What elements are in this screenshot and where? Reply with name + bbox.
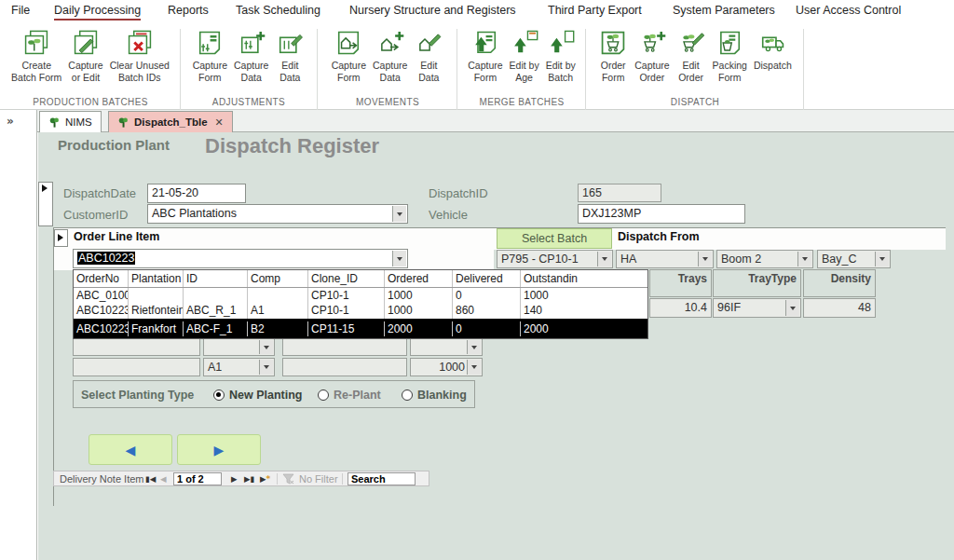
close-icon[interactable]: ✕ [215, 116, 224, 129]
chevron-down-icon[interactable] [259, 360, 273, 375]
record-selector[interactable] [38, 182, 53, 226]
chevron-down-icon[interactable] [467, 340, 481, 354]
previous-record-icon[interactable]: ◀ [160, 472, 167, 485]
ribbon-button-clear-unused-batch-ids[interactable]: Clear Unused Batch IDs [108, 27, 171, 84]
ribbon-button-dispatch[interactable]: Dispatch [752, 27, 794, 73]
ribbon-button-label: Capture Form [332, 60, 366, 83]
select-batch-button[interactable]: Select Batch [497, 228, 612, 249]
trays-field[interactable]: 10.4 [649, 298, 712, 318]
menu-nursery-structure[interactable]: Nursery Structure and Registers [349, 4, 516, 17]
ribbon-button-adjust-capture-form[interactable]: Capture Form [191, 27, 229, 84]
ribbon-button-label: Edit by Age [510, 60, 539, 83]
cell: 1000 [385, 303, 453, 319]
tab-nims[interactable]: NIMS [39, 111, 102, 132]
chevron-down-icon[interactable] [785, 300, 799, 316]
radio-blanking[interactable] [402, 389, 413, 401]
filter-icon[interactable] [282, 472, 294, 485]
chevron-down-icon[interactable] [392, 251, 406, 266]
dropdown-row[interactable]: ABC10223 Rietfontein ABC_R_1 A1 CP10-1 1… [74, 303, 647, 319]
ribbon-button-merge-edit-by-age[interactable]: Edit by Age [508, 27, 541, 84]
customer-id-value: ABC Plantations [152, 207, 237, 220]
order-line-dropdown-list: OrderNo Plantation N ID Comp Clone_ID Or… [73, 269, 648, 339]
dropdown-row[interactable]: ABC_01001 CP10-1 1000 0 1000 [74, 288, 647, 303]
document-tab-strip: NIMS Dispatch_Tble ✕ [37, 110, 954, 132]
line-combo-empty[interactable] [203, 338, 275, 356]
area-combo[interactable]: HA [616, 250, 714, 268]
house-plus-icon [375, 28, 405, 58]
density-header: Density [803, 269, 876, 297]
menu-file[interactable]: File [11, 4, 30, 17]
ribbon-group-label: MERGE BATCHES [460, 97, 583, 107]
menu-third-party-export[interactable]: Third Party Export [548, 4, 642, 17]
tray-type-value: 96IF [717, 301, 741, 314]
quantity-combo[interactable]: 1000 [410, 358, 483, 376]
order-line-combo[interactable]: ABC10223 [73, 249, 408, 268]
form-subtitle: Production Plant [58, 137, 170, 153]
menu-task-scheduling[interactable]: Task Scheduling [236, 4, 320, 17]
planting-type-group: Select Planting Type New Planting Re-Pla… [73, 380, 475, 408]
dropdown-row-selected[interactable]: ABC10223 Frankfort ABC-F_1 B2 CP11-15 20… [74, 319, 647, 338]
menu-user-access-control[interactable]: User Access Control [796, 4, 901, 17]
shutter-expand-button[interactable]: » [7, 115, 14, 128]
ribbon-button-capture-or-edit[interactable]: Capture or Edit [66, 27, 104, 84]
ribbon-button-adjust-edit-data[interactable]: Edit Data [273, 27, 307, 84]
line-field-empty[interactable] [73, 358, 200, 376]
chevron-down-icon[interactable] [467, 360, 481, 375]
tray-type-combo[interactable]: 96IF [713, 298, 801, 318]
line-combo-empty[interactable] [410, 338, 483, 356]
line-field-empty[interactable] [282, 338, 407, 356]
ribbon-button-merge-edit-by-batch[interactable]: Edit by Batch [544, 27, 578, 84]
bay-combo[interactable]: Bay_C [817, 250, 891, 268]
menu-reports[interactable]: Reports [168, 4, 209, 17]
density-field[interactable]: 48 [803, 298, 876, 318]
vehicle-field[interactable]: DXJ123MP [578, 204, 745, 224]
batch-combo[interactable]: P795 - CP10-1 [497, 250, 613, 268]
cell: Rietfontein [129, 303, 184, 319]
vehicle-label: Vehicle [429, 208, 468, 222]
boom-combo[interactable]: Boom 2 [716, 250, 813, 268]
ribbon-button-capture-order[interactable]: Capture Order [633, 27, 671, 84]
tab-dispatch-tble[interactable]: Dispatch_Tble ✕ [108, 111, 233, 132]
radio-re-plant[interactable] [318, 389, 329, 401]
ribbon-button-packing-form[interactable]: Packing Form [711, 27, 749, 84]
dispatch-date-field[interactable]: 21-05-20 [147, 184, 246, 203]
search-input[interactable]: Search [348, 472, 416, 485]
new-record-icon[interactable]: ▶* [260, 472, 270, 485]
first-record-icon[interactable]: ▮◀ [145, 472, 156, 485]
column-header: Plantation N [129, 270, 184, 287]
cart-plus-icon [637, 28, 667, 58]
menu-system-parameters[interactable]: System Parameters [673, 4, 775, 17]
comp-combo[interactable]: A1 [203, 358, 275, 376]
record-position-field[interactable]: 1 of 2 [173, 472, 222, 485]
chevron-down-icon[interactable] [698, 252, 712, 266]
next-record-icon[interactable]: ▶ [231, 472, 238, 485]
radio-new-planting[interactable] [213, 389, 225, 401]
ribbon-separator [457, 29, 457, 122]
column-header: ID [184, 270, 248, 287]
chevron-down-icon[interactable] [797, 252, 811, 266]
ribbon-button-edit-order[interactable]: Edit Order [675, 27, 708, 84]
ribbon-button-move-capture-form[interactable]: Capture Form [330, 27, 368, 84]
ribbon-button-merge-capture-form[interactable]: Capture Form [466, 27, 504, 84]
ribbon-button-move-capture-data[interactable]: Capture Data [371, 27, 409, 84]
next-record-button[interactable]: ▶ [177, 434, 261, 465]
last-record-icon[interactable]: ▶▮ [244, 472, 254, 485]
ribbon-button-adjust-capture-data[interactable]: Capture Data [232, 27, 270, 84]
cell: A1 [248, 303, 308, 319]
line-field-empty[interactable] [73, 338, 200, 356]
customer-id-combo[interactable]: ABC Plantations [147, 204, 408, 224]
menu-bar: File Daily Processing Reports Task Sched… [0, 0, 954, 23]
chevron-down-icon[interactable] [875, 252, 889, 266]
line-field-empty[interactable] [282, 358, 407, 376]
chevron-down-icon[interactable] [392, 206, 406, 222]
ribbon-button-move-edit-data[interactable]: Edit Data [412, 27, 445, 84]
ribbon-button-order-form[interactable]: Order Form [596, 27, 630, 84]
ribbon-button-create-batch-form[interactable]: Create Batch Form [9, 27, 63, 84]
subform-record-selector[interactable] [54, 229, 68, 247]
chevron-down-icon[interactable] [259, 340, 273, 354]
menu-daily-processing[interactable]: Daily Processing [54, 4, 141, 20]
chevron-down-icon[interactable] [597, 252, 611, 266]
ribbon-separator [317, 29, 318, 122]
previous-record-button[interactable]: ◀ [89, 434, 172, 465]
packing-doc-icon [715, 28, 744, 58]
